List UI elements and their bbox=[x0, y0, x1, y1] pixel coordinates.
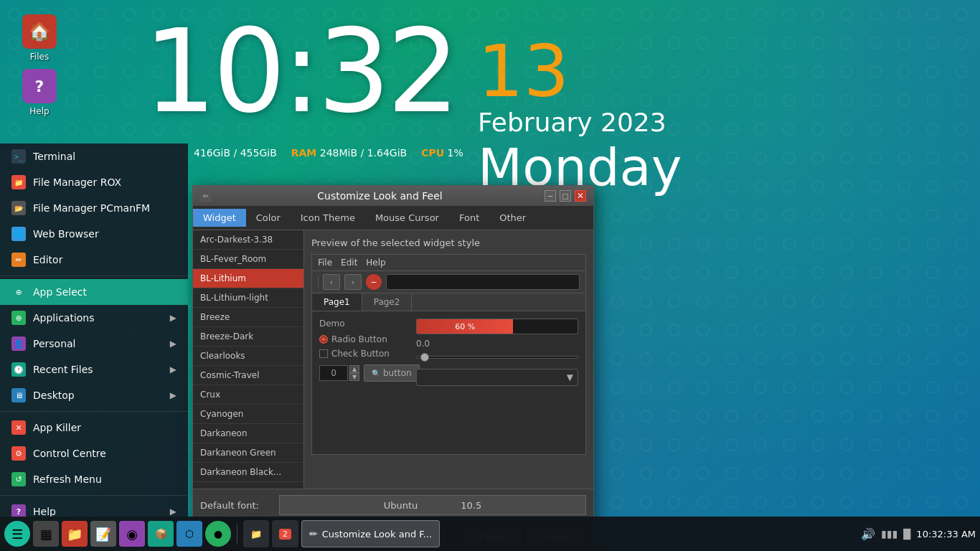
taskbar-start-btn[interactable]: ☰ bbox=[4, 521, 30, 547]
menu-item-appselect[interactable]: ⊕ App Select bbox=[0, 279, 188, 305]
theme-crux[interactable]: Crux bbox=[193, 385, 303, 405]
disk-value: 416GiB / 455GiB bbox=[194, 147, 277, 159]
toolbar-back-btn[interactable]: ‹ bbox=[323, 274, 340, 290]
filerox-icon: 📁 bbox=[11, 175, 26, 189]
tab-widget[interactable]: Widget bbox=[193, 209, 246, 227]
tab-color[interactable]: Color bbox=[246, 209, 291, 227]
preview-spinbox: ▲ ▼ 🔍 button bbox=[319, 364, 405, 382]
files-desktop-icon[interactable]: 🏠 Files bbox=[14, 14, 65, 62]
toolbar-forward-btn[interactable]: › bbox=[344, 274, 362, 290]
taskbar-bluetooth-btn[interactable]: ⬡ bbox=[176, 521, 202, 547]
applications-label: Applications bbox=[33, 312, 163, 324]
desktop-icons: 🏠 Files ? Help bbox=[14, 14, 65, 116]
menu-item-editor[interactable]: ✏ Editor bbox=[0, 247, 188, 273]
preview-tab-page1[interactable]: Page1 bbox=[312, 293, 362, 311]
theme-bl-fever[interactable]: BL-Fever_Room bbox=[193, 250, 303, 269]
taskbar-chrome-btn[interactable]: ● bbox=[205, 521, 231, 547]
spinbox-buttons: ▲ ▼ bbox=[349, 365, 359, 381]
progress-fill: 60 % bbox=[417, 319, 513, 334]
tab-icon-theme[interactable]: Icon Theme bbox=[291, 209, 365, 227]
taskbar-files-btn[interactable]: 📁 bbox=[62, 521, 88, 547]
editor-label: Editor bbox=[33, 254, 176, 265]
taskbar: ☰ ▦ 📁 📝 ◉ 📦 ⬡ ● 📁 2 ✏ Customize Look and… bbox=[0, 517, 980, 551]
preview-slider[interactable] bbox=[416, 352, 578, 363]
taskbar-customize-app[interactable]: ✏ Customize Look and F... bbox=[301, 520, 440, 547]
desktop-menu-icon: 🖥 bbox=[11, 388, 26, 402]
personal-icon: 👤 bbox=[11, 336, 26, 351]
theme-arc-darkest[interactable]: Arc-Darkest-3.38 bbox=[193, 230, 303, 250]
preview-area: Preview of the selected widget style Fil… bbox=[304, 230, 593, 489]
help-label: Help bbox=[33, 506, 163, 517]
tab-font[interactable]: Font bbox=[449, 209, 489, 227]
menu-item-help[interactable]: ? Help ▶ bbox=[0, 499, 188, 517]
radio-dot-icon[interactable] bbox=[319, 335, 328, 344]
close-window-button[interactable]: ✕ bbox=[575, 190, 586, 202]
terminal-label: Terminal bbox=[33, 151, 176, 162]
theme-cyanogen[interactable]: Cyanogen bbox=[193, 405, 303, 424]
spinbox-up-btn[interactable]: ▲ bbox=[349, 365, 359, 373]
progress-value: 60 % bbox=[455, 322, 475, 331]
menu-item-filepcman[interactable]: 📂 File Manager PCmanFM bbox=[0, 195, 188, 221]
theme-cosmic-travel[interactable]: Cosmic-Travel bbox=[193, 366, 303, 385]
appkiller-label: App Killer bbox=[33, 422, 176, 433]
maximize-button[interactable]: □ bbox=[560, 190, 571, 202]
toolbar-stop-btn[interactable]: − bbox=[366, 274, 382, 290]
menu-item-desktop[interactable]: 🖥 Desktop ▶ bbox=[0, 382, 188, 408]
menu-item-applications[interactable]: ⊕ Applications ▶ bbox=[0, 305, 188, 331]
menu-item-web[interactable]: 🌐 Web Browser bbox=[0, 221, 188, 247]
clock-month-year: February 2023 bbox=[478, 108, 682, 137]
preview-radio-btn: Radio Button bbox=[319, 334, 405, 344]
toolbar-url-input[interactable] bbox=[386, 274, 580, 290]
theme-darkaneon-black[interactable]: Darkaneon Black... bbox=[193, 463, 303, 482]
menu-item-appkiller[interactable]: ✕ App Killer bbox=[0, 415, 188, 441]
theme-bl-lithium[interactable]: BL-Lithium bbox=[193, 269, 303, 288]
dialog-titlebar: ✏ Customize Look and Feel − □ ✕ bbox=[193, 186, 593, 206]
theme-list[interactable]: Arc-Darkest-3.38 BL-Fever_Room BL-Lithiu… bbox=[193, 230, 304, 489]
clock-area: 10:32 13 February 2023 Monday bbox=[143, 14, 980, 197]
dialog-window-icon: ✏ bbox=[200, 190, 212, 202]
theme-darkaneon[interactable]: Darkaneon bbox=[193, 424, 303, 443]
preview-search-btn[interactable]: 🔍 button bbox=[364, 364, 420, 382]
help-desktop-icon[interactable]: ? Help bbox=[14, 69, 65, 116]
theme-darkaneon-green[interactable]: Darkaneon Green bbox=[193, 443, 303, 463]
minimize-button[interactable]: − bbox=[545, 190, 556, 202]
checkbox-box-icon[interactable] bbox=[319, 349, 328, 358]
menu-item-refresh[interactable]: ↺ Refresh Menu bbox=[0, 466, 188, 492]
menu-item-terminal[interactable]: >_ Terminal bbox=[0, 143, 188, 169]
tab-mouse-cursor[interactable]: Mouse Cursor bbox=[365, 209, 449, 227]
refresh-label: Refresh Menu bbox=[33, 474, 176, 485]
personal-arrow: ▶ bbox=[170, 339, 176, 349]
terminal-icon: >_ bbox=[11, 149, 26, 164]
taskbar-editor-btn[interactable]: 📝 bbox=[90, 521, 116, 547]
taskbar-app-2[interactable]: 2 bbox=[272, 520, 298, 547]
preview-tab-page2[interactable]: Page2 bbox=[362, 293, 413, 311]
spinbox-input[interactable] bbox=[319, 365, 348, 381]
theme-bl-lithium-light[interactable]: BL-Lithium-light bbox=[193, 288, 303, 308]
preview-menu-help: Help bbox=[366, 258, 385, 268]
theme-clearlooks[interactable]: Clearlooks bbox=[193, 347, 303, 366]
taskbar-app-1[interactable]: 📁 bbox=[243, 520, 269, 547]
editor-icon: ✏ bbox=[11, 253, 26, 267]
dialog-body: Arc-Darkest-3.38 BL-Fever_Room BL-Lithiu… bbox=[193, 230, 593, 489]
menu-item-personal[interactable]: 👤 Personal ▶ bbox=[0, 331, 188, 357]
volume-icon[interactable]: 🔊 bbox=[861, 527, 875, 541]
theme-breeze[interactable]: Breeze bbox=[193, 308, 303, 327]
menu-item-control[interactable]: ⚙ Control Centre bbox=[0, 441, 188, 466]
font-value[interactable]: Ubuntu 10.5 bbox=[279, 495, 586, 515]
taskbar-purple-btn[interactable]: ◉ bbox=[119, 521, 145, 547]
taskbar-grid-btn[interactable]: ▦ bbox=[33, 521, 59, 547]
help-menu-icon: ? bbox=[11, 504, 26, 517]
menu-item-recent[interactable]: 🕐 Recent Files ▶ bbox=[0, 357, 188, 382]
menu-item-filerox[interactable]: 📁 File Manager ROX bbox=[0, 169, 188, 195]
preview-demo-label: Demo bbox=[319, 319, 405, 329]
spinbox-down-btn[interactable]: ▼ bbox=[349, 373, 359, 381]
preview-dropdown[interactable]: ▼ bbox=[416, 369, 578, 386]
theme-breeze-dark[interactable]: Breeze-Dark bbox=[193, 327, 303, 347]
tab-other[interactable]: Other bbox=[489, 209, 536, 227]
taskbar-packages-btn[interactable]: 📦 bbox=[148, 521, 174, 547]
filepcman-icon: 📂 bbox=[11, 201, 26, 215]
desktop-arrow: ▶ bbox=[170, 390, 176, 400]
clock-date-area: 13 February 2023 Monday bbox=[478, 36, 682, 197]
web-label: Web Browser bbox=[33, 228, 176, 240]
preview-menu-edit: Edit bbox=[341, 258, 357, 268]
